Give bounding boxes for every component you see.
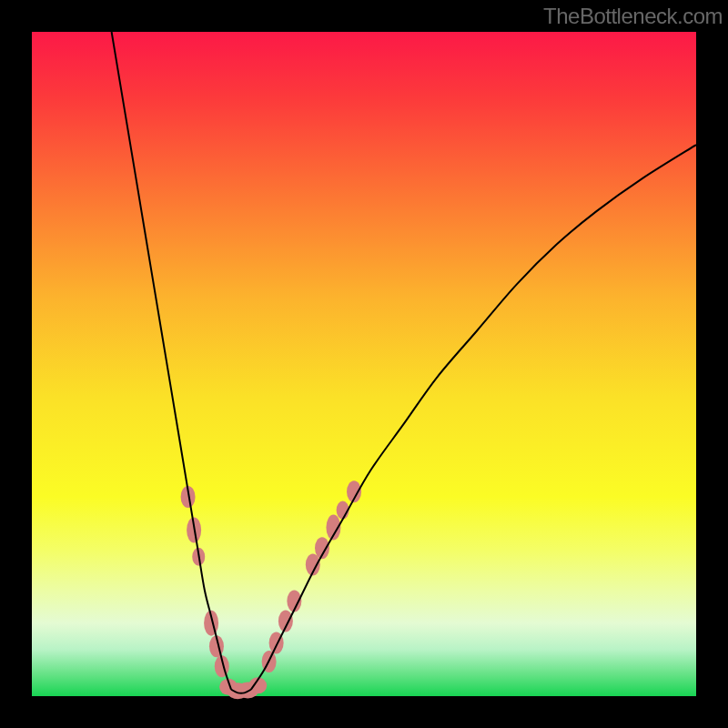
- chart-container: TheBottleneck.com: [0, 0, 728, 728]
- plot-background: [32, 32, 696, 696]
- bottleneck-curve-chart: [0, 0, 728, 728]
- watermark-text: TheBottleneck.com: [543, 4, 723, 29]
